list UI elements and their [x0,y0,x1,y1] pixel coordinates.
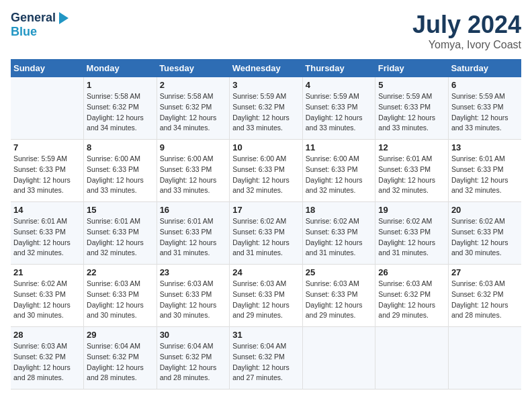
day-sun-info: Sunrise: 6:00 AMSunset: 6:33 PMDaylight:… [160,154,227,196]
calendar-cell [375,327,449,390]
day-number: 23 [160,267,227,277]
day-sun-info: Sunrise: 6:03 AMSunset: 6:33 PMDaylight:… [232,279,300,321]
calendar-cell: 17Sunrise: 6:02 AMSunset: 6:33 PMDayligh… [230,202,303,265]
weekday-header-friday: Friday [375,59,449,77]
weekday-header-sunday: Sunday [11,59,84,77]
day-number: 15 [87,205,154,215]
page-header: General Blue July 2024 Yomya, Ivory Coas… [11,11,521,51]
logo: General Blue [11,11,69,39]
calendar-cell [302,327,375,390]
day-sun-info: Sunrise: 6:02 AMSunset: 6:33 PMDaylight:… [451,216,519,259]
day-sun-info: Sunrise: 6:03 AMSunset: 6:32 PMDaylight:… [451,279,519,321]
day-sun-info: Sunrise: 6:01 AMSunset: 6:33 PMDaylight:… [451,154,519,196]
day-number: 16 [160,205,227,215]
day-number: 4 [306,80,373,90]
weekday-header-saturday: Saturday [448,59,521,77]
calendar-cell: 14Sunrise: 6:01 AMSunset: 6:33 PMDayligh… [11,202,84,265]
day-number: 31 [232,330,300,340]
day-number: 25 [306,267,373,277]
weekday-header-thursday: Thursday [302,59,375,77]
day-number: 5 [378,80,445,90]
day-sun-info: Sunrise: 6:03 AMSunset: 6:33 PMDaylight:… [87,279,154,321]
main-title: July 2024 [412,11,521,39]
calendar-cell: 18Sunrise: 6:02 AMSunset: 6:33 PMDayligh… [302,202,375,265]
title-block: July 2024 Yomya, Ivory Coast [412,11,521,51]
calendar-cell: 4Sunrise: 5:59 AMSunset: 6:33 PMDaylight… [302,77,375,140]
calendar-cell: 12Sunrise: 6:01 AMSunset: 6:33 PMDayligh… [375,140,449,202]
day-sun-info: Sunrise: 5:59 AMSunset: 6:33 PMDaylight:… [306,91,373,134]
day-sun-info: Sunrise: 6:00 AMSunset: 6:33 PMDaylight:… [232,154,300,196]
calendar-week-row: 14Sunrise: 6:01 AMSunset: 6:33 PMDayligh… [11,202,521,265]
day-number: 30 [160,330,227,340]
day-sun-info: Sunrise: 5:59 AMSunset: 6:32 PMDaylight:… [232,91,300,134]
calendar-week-row: 21Sunrise: 6:02 AMSunset: 6:33 PMDayligh… [11,265,521,327]
calendar-cell: 5Sunrise: 5:59 AMSunset: 6:33 PMDaylight… [375,77,449,140]
calendar-table: SundayMondayTuesdayWednesdayThursdayFrid… [11,59,521,390]
calendar-cell: 23Sunrise: 6:03 AMSunset: 6:33 PMDayligh… [157,265,230,327]
logo-arrow-icon [59,12,69,24]
day-sun-info: Sunrise: 5:59 AMSunset: 6:33 PMDaylight:… [451,91,519,134]
day-number: 24 [232,267,300,277]
calendar-cell: 26Sunrise: 6:03 AMSunset: 6:32 PMDayligh… [375,265,449,327]
day-sun-info: Sunrise: 6:00 AMSunset: 6:33 PMDaylight:… [306,154,373,196]
day-sun-info: Sunrise: 6:01 AMSunset: 6:33 PMDaylight:… [160,216,227,259]
calendar-cell: 6Sunrise: 5:59 AMSunset: 6:33 PMDaylight… [448,77,521,140]
calendar-cell: 31Sunrise: 6:04 AMSunset: 6:32 PMDayligh… [230,327,303,390]
day-number: 7 [13,142,81,152]
day-sun-info: Sunrise: 6:02 AMSunset: 6:33 PMDaylight:… [232,216,300,259]
day-sun-info: Sunrise: 6:03 AMSunset: 6:33 PMDaylight:… [160,279,227,321]
day-sun-info: Sunrise: 6:00 AMSunset: 6:33 PMDaylight:… [87,154,154,196]
day-number: 9 [160,142,227,152]
day-number: 14 [13,205,81,215]
day-number: 13 [451,142,519,152]
calendar-cell [448,327,521,390]
day-number: 12 [378,142,445,152]
calendar-cell: 16Sunrise: 6:01 AMSunset: 6:33 PMDayligh… [157,202,230,265]
day-number: 17 [232,205,300,215]
calendar-cell: 20Sunrise: 6:02 AMSunset: 6:33 PMDayligh… [448,202,521,265]
day-number: 2 [160,80,227,90]
calendar-cell: 19Sunrise: 6:02 AMSunset: 6:33 PMDayligh… [375,202,449,265]
calendar-cell: 27Sunrise: 6:03 AMSunset: 6:32 PMDayligh… [448,265,521,327]
calendar-cell: 15Sunrise: 6:01 AMSunset: 6:33 PMDayligh… [84,202,157,265]
day-number: 27 [451,267,519,277]
calendar-cell: 2Sunrise: 5:58 AMSunset: 6:32 PMDaylight… [157,77,230,140]
day-sun-info: Sunrise: 6:03 AMSunset: 6:32 PMDaylight:… [378,279,445,321]
weekday-header-tuesday: Tuesday [157,59,230,77]
day-sun-info: Sunrise: 6:02 AMSunset: 6:33 PMDaylight:… [13,279,81,321]
subtitle: Yomya, Ivory Coast [412,39,521,51]
day-sun-info: Sunrise: 6:04 AMSunset: 6:32 PMDaylight:… [160,341,227,383]
calendar-cell: 8Sunrise: 6:00 AMSunset: 6:33 PMDaylight… [84,140,157,202]
day-sun-info: Sunrise: 5:59 AMSunset: 6:33 PMDaylight:… [13,154,81,196]
calendar-cell: 1Sunrise: 5:58 AMSunset: 6:32 PMDaylight… [84,77,157,140]
day-number: 3 [232,80,300,90]
calendar-cell: 21Sunrise: 6:02 AMSunset: 6:33 PMDayligh… [11,265,84,327]
weekday-header-wednesday: Wednesday [230,59,303,77]
day-sun-info: Sunrise: 6:01 AMSunset: 6:33 PMDaylight:… [378,154,445,196]
day-sun-info: Sunrise: 6:04 AMSunset: 6:32 PMDaylight:… [232,341,300,383]
calendar-cell: 29Sunrise: 6:04 AMSunset: 6:32 PMDayligh… [84,327,157,390]
day-sun-info: Sunrise: 6:01 AMSunset: 6:33 PMDaylight:… [87,216,154,259]
weekday-header-row: SundayMondayTuesdayWednesdayThursdayFrid… [11,59,521,77]
calendar-cell [11,77,84,140]
day-sun-info: Sunrise: 5:58 AMSunset: 6:32 PMDaylight:… [160,91,227,134]
day-number: 11 [306,142,373,152]
day-number: 22 [87,267,154,277]
day-sun-info: Sunrise: 5:59 AMSunset: 6:33 PMDaylight:… [378,91,445,134]
calendar-cell: 22Sunrise: 6:03 AMSunset: 6:33 PMDayligh… [84,265,157,327]
day-number: 1 [87,80,154,90]
calendar-week-row: 28Sunrise: 6:03 AMSunset: 6:32 PMDayligh… [11,327,521,390]
day-number: 18 [306,205,373,215]
calendar-cell: 9Sunrise: 6:00 AMSunset: 6:33 PMDaylight… [157,140,230,202]
day-sun-info: Sunrise: 6:02 AMSunset: 6:33 PMDaylight:… [378,216,445,259]
calendar-cell: 10Sunrise: 6:00 AMSunset: 6:33 PMDayligh… [230,140,303,202]
calendar-week-row: 7Sunrise: 5:59 AMSunset: 6:33 PMDaylight… [11,140,521,202]
calendar-cell: 13Sunrise: 6:01 AMSunset: 6:33 PMDayligh… [448,140,521,202]
calendar-cell: 7Sunrise: 5:59 AMSunset: 6:33 PMDaylight… [11,140,84,202]
day-number: 28 [13,330,81,340]
day-sun-info: Sunrise: 6:02 AMSunset: 6:33 PMDaylight:… [306,216,373,259]
calendar-cell: 25Sunrise: 6:03 AMSunset: 6:33 PMDayligh… [302,265,375,327]
day-number: 21 [13,267,81,277]
calendar-week-row: 1Sunrise: 5:58 AMSunset: 6:32 PMDaylight… [11,77,521,140]
logo-text-blue: Blue [11,25,69,39]
